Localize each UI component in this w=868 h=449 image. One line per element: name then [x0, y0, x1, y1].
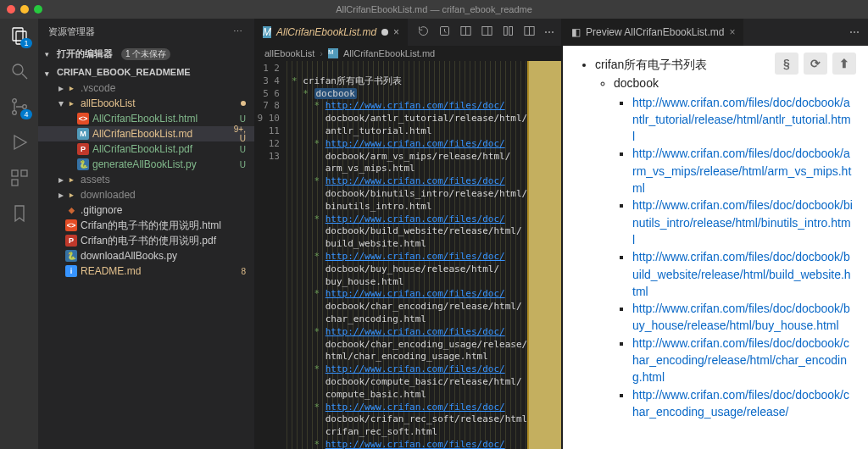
- preview-link[interactable]: http://www.crifan.com/files/doc/docbook/…: [632, 250, 851, 298]
- file-icon: <>: [77, 113, 89, 125]
- folder-row[interactable]: ▸.vscode: [38, 80, 254, 96]
- svg-rect-10: [12, 180, 18, 186]
- file-label: allEbookList: [81, 97, 241, 109]
- file-icon: 🐍: [77, 158, 89, 170]
- preview-link-item: http://www.crifan.com/files/doc/docbook/…: [632, 145, 853, 197]
- file-row[interactable]: ◆.gitignore: [38, 202, 254, 218]
- editor-body[interactable]: 1 2 3 4 5 6 7 8 9 10 11 12 13 * crifan所有…: [254, 61, 561, 449]
- breadcrumb-item[interactable]: allEbookList: [264, 48, 314, 58]
- editor-tab-label: AllCrifanEbookList.md: [276, 26, 376, 38]
- preview-link[interactable]: http://www.crifan.com/files/doc/docbook/…: [632, 336, 849, 385]
- open-editors-section[interactable]: 打开的编辑器 1 个未保存: [38, 44, 254, 64]
- close-tab-icon[interactable]: ×: [729, 26, 735, 38]
- preview-link[interactable]: http://www.crifan.com/files/doc/docbook/…: [632, 388, 849, 419]
- activity-bar: 1 4: [0, 19, 38, 449]
- preview-link[interactable]: http://www.crifan.com/files/doc/docbook/…: [632, 198, 853, 247]
- markdown-icon: M: [263, 26, 271, 38]
- file-row[interactable]: MAllCrifanEbookList.md9+, U: [38, 126, 254, 141]
- markdown-preview[interactable]: § ⟳ ⬆ crifan所有电子书列表 docbook http://www.c…: [563, 46, 868, 449]
- explorer-sidebar: 资源管理器 ⋯ 打开的编辑器 1 个未保存 CRIFAN_EBOOK_READM…: [38, 19, 254, 449]
- scroll-top-button[interactable]: ⬆: [832, 53, 856, 75]
- file-label: .vscode: [81, 82, 246, 94]
- folder-row[interactable]: ▸assets: [38, 172, 254, 187]
- scm-status: U: [229, 114, 246, 124]
- split-editor-icon[interactable]: [523, 25, 536, 40]
- svg-rect-8: [12, 170, 18, 176]
- folder-icon: ▸: [65, 82, 77, 94]
- chevron-right-icon: ›: [320, 48, 323, 58]
- refresh-button[interactable]: ⟳: [804, 53, 827, 75]
- svg-rect-9: [21, 170, 27, 176]
- file-row[interactable]: iREADME.md8: [38, 263, 254, 279]
- line-number-gutter: 1 2 3 4 5 6 7 8 9 10 11 12 13: [254, 61, 287, 449]
- open-preview-split-icon[interactable]: [459, 25, 472, 40]
- breadcrumb[interactable]: allEbookList › M AllCrifanEbookList.md: [254, 46, 561, 61]
- breadcrumb-item[interactable]: AllCrifanEbookList.md: [343, 48, 435, 58]
- preview-link[interactable]: http://www.crifan.com/files/doc/docbook/…: [632, 147, 851, 195]
- preview-icon: ◧: [571, 26, 581, 38]
- open-editors-badge: 1 个未保存: [121, 48, 170, 60]
- file-row[interactable]: 🐍downloadAllBooks.py: [38, 248, 254, 263]
- file-icon: M: [77, 128, 89, 140]
- editor-tab-active[interactable]: M AllCrifanEbookList.md ×: [254, 19, 409, 46]
- preview-link-item: http://www.crifan.com/files/doc/docbook/…: [632, 335, 853, 386]
- preview-more-icon[interactable]: ⋯: [849, 26, 860, 38]
- search-icon[interactable]: [9, 61, 30, 81]
- diff-icon[interactable]: [502, 25, 515, 40]
- file-label: downloadAllBooks.py: [81, 250, 246, 262]
- twist-icon: [57, 174, 65, 186]
- svg-point-6: [22, 105, 26, 109]
- code-area[interactable]: * crifan所有电子书列表 * docbook * http://www.c…: [287, 61, 527, 449]
- extensions-icon[interactable]: [9, 168, 30, 188]
- scm-status: U: [229, 160, 246, 169]
- bookmark-icon[interactable]: [9, 203, 30, 224]
- folder-row[interactable]: ▸allEbookList: [38, 96, 254, 111]
- source-control-icon[interactable]: 4: [9, 97, 30, 117]
- go-back-icon[interactable]: [417, 25, 430, 40]
- file-row[interactable]: <>Crifan的电子书的使用说明.html: [38, 218, 254, 233]
- project-root[interactable]: CRIFAN_EBOOK_READMEME: [38, 64, 254, 80]
- modified-indicator-icon: [381, 29, 388, 36]
- svg-rect-16: [504, 27, 508, 36]
- file-label: AllCrifanEbookList.pdf: [92, 143, 229, 155]
- file-icon: ◆: [65, 204, 77, 216]
- file-label: assets: [81, 174, 246, 186]
- markdown-icon: M: [328, 48, 338, 58]
- twist-icon: [57, 82, 65, 94]
- svg-point-4: [12, 99, 16, 103]
- file-label: Crifan的电子书的使用说明.html: [81, 219, 246, 233]
- file-icon: <>: [65, 219, 77, 231]
- svg-rect-17: [509, 27, 513, 36]
- open-preview-icon[interactable]: [481, 25, 493, 40]
- file-row[interactable]: 🐍generateAllBookList.pyU: [38, 157, 254, 172]
- preview-group: ◧ Preview AllCrifanEbookList.md × ⋯ § ⟳ …: [563, 19, 868, 449]
- editor-more-icon[interactable]: ⋯: [544, 26, 555, 38]
- minimap[interactable]: [527, 61, 561, 449]
- run-debug-icon[interactable]: [9, 132, 30, 152]
- file-row[interactable]: PAllCrifanEbookList.pdfU: [38, 141, 254, 157]
- explorer-badge: 1: [20, 38, 31, 48]
- folder-icon: ▸: [65, 97, 77, 109]
- file-label: .gitignore: [81, 204, 246, 216]
- preview-link-item: http://www.crifan.com/files/doc/docbook/…: [632, 386, 853, 421]
- file-icon: P: [77, 143, 89, 155]
- preview-tab-label: Preview AllCrifanEbookList.md: [586, 26, 724, 38]
- file-row[interactable]: PCrifan的电子书的使用说明.pdf: [38, 233, 254, 248]
- preview-link[interactable]: http://www.crifan.com/files/doc/docbook/…: [632, 302, 850, 332]
- preview-link[interactable]: http://www.crifan.com/files/doc/docbook/…: [632, 96, 851, 144]
- close-tab-icon[interactable]: ×: [393, 26, 399, 38]
- explorer-icon[interactable]: 1: [9, 25, 30, 46]
- folder-icon: ▸: [65, 189, 77, 201]
- file-row[interactable]: <>AllCrifanEbookList.htmlU: [38, 111, 254, 126]
- sidebar-header: 资源管理器 ⋯: [38, 19, 254, 44]
- timeline-icon[interactable]: [438, 25, 451, 40]
- toc-button[interactable]: §: [775, 53, 798, 75]
- preview-tab[interactable]: ◧ Preview AllCrifanEbookList.md ×: [563, 19, 743, 46]
- folder-row[interactable]: ▸downloaded: [38, 187, 254, 202]
- twist-icon: [57, 97, 65, 109]
- folder-icon: ▸: [65, 174, 77, 186]
- scm-status: U: [229, 145, 246, 154]
- sidebar-more-icon[interactable]: ⋯: [233, 26, 244, 37]
- scm-badge: 4: [20, 109, 31, 119]
- svg-point-5: [12, 111, 16, 115]
